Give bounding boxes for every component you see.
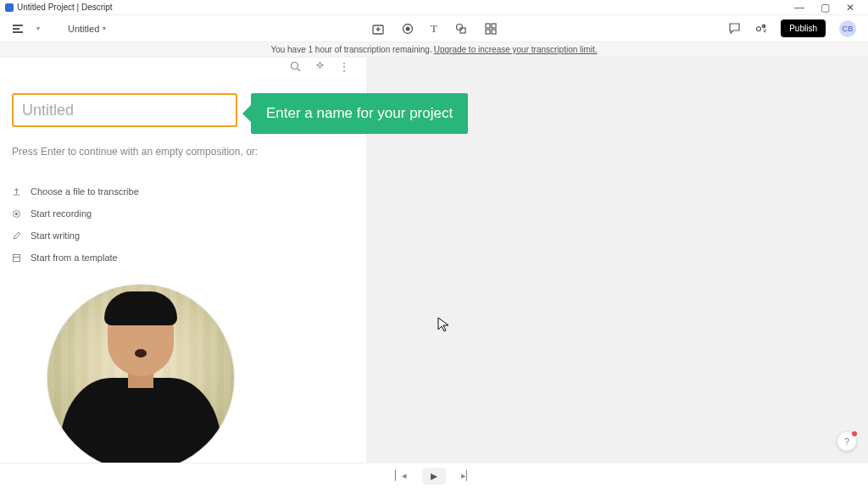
svg-rect-2 (13, 31, 23, 33)
window-minimize-button[interactable]: — (787, 0, 812, 15)
cursor-icon (437, 317, 449, 332)
comment-icon[interactable] (728, 22, 741, 35)
window-maximize-button[interactable]: ▢ (812, 0, 837, 15)
add-media-icon[interactable] (371, 22, 385, 36)
option-start-recording[interactable]: Start recording (12, 207, 354, 220)
user-avatar[interactable]: CB (839, 20, 856, 37)
svg-rect-0 (13, 25, 23, 26)
svg-point-12 (757, 27, 761, 31)
avatar-initials: CB (843, 25, 854, 33)
window-titlebar: Untitled Project | Descript — ▢ ✕ (0, 0, 868, 15)
svg-point-6 (456, 24, 462, 30)
window-close-button[interactable]: ✕ (837, 0, 863, 15)
svg-point-14 (292, 63, 298, 69)
option-label: Start from a template (31, 252, 118, 263)
skip-forward-button[interactable]: ▸▏ (461, 470, 473, 481)
tutorial-callout: Enter a name for your project (251, 93, 468, 134)
search-icon[interactable] (290, 61, 301, 73)
templates-icon[interactable] (485, 23, 497, 35)
shapes-icon[interactable] (454, 22, 468, 36)
option-label: Start recording (31, 208, 92, 219)
upgrade-link[interactable]: Upgrade to increase your transcription l… (434, 45, 598, 54)
sidebar-toggle-icon[interactable] (12, 23, 24, 35)
svg-rect-11 (492, 30, 496, 34)
notice-text: You have 1 hour of transcription remaini… (270, 45, 431, 54)
composition-hint: Press Enter to continue with an empty co… (12, 146, 354, 158)
transcription-notice: You have 1 hour of transcription remaini… (0, 42, 868, 58)
pencil-icon (12, 231, 24, 241)
share-icon[interactable] (754, 22, 767, 35)
skip-back-button[interactable]: ▏◂ (395, 470, 407, 481)
window-title: Untitled Project | Descript (17, 3, 113, 12)
svg-rect-1 (13, 28, 19, 30)
help-button[interactable]: ? (837, 432, 856, 451)
upload-icon (12, 187, 24, 197)
svg-rect-7 (460, 28, 465, 33)
svg-rect-8 (486, 24, 490, 28)
option-label: Start writing (31, 230, 80, 241)
option-start-template[interactable]: Start from a template (12, 251, 354, 264)
project-name-label: Untitled (68, 24, 99, 34)
composition-title-input[interactable] (12, 93, 237, 127)
chevron-down-icon[interactable]: ▾ (32, 23, 44, 35)
callout-text: Enter a name for your project (266, 105, 453, 121)
app-icon (5, 3, 14, 12)
record-icon[interactable] (402, 23, 414, 35)
text-icon[interactable]: T (431, 22, 437, 36)
svg-rect-17 (14, 254, 20, 261)
option-choose-file[interactable]: Choose a file to transcribe (12, 185, 354, 198)
publish-button[interactable]: Publish (781, 19, 826, 37)
more-icon[interactable]: ⋮ (339, 61, 349, 73)
svg-point-5 (406, 26, 410, 30)
svg-rect-10 (486, 30, 490, 34)
publish-label: Publish (789, 24, 817, 33)
option-start-writing[interactable]: Start writing (12, 229, 354, 242)
chevron-down-icon: ▾ (103, 25, 106, 32)
presenter-video-bubble (47, 285, 234, 471)
svg-point-16 (15, 212, 19, 215)
record-dot-icon (12, 209, 24, 219)
template-icon (12, 253, 24, 263)
svg-rect-9 (492, 24, 496, 28)
option-label: Choose a file to transcribe (31, 186, 139, 197)
main-toolbar: ▾ Untitled ▾ T Publish CB (0, 15, 868, 42)
play-button[interactable]: ▸ (422, 468, 446, 485)
playback-bar: ▏◂ ▸ ▸▏ (0, 463, 868, 488)
project-name-dropdown[interactable]: Untitled ▾ (68, 24, 106, 34)
sparkle-icon[interactable] (314, 61, 326, 73)
